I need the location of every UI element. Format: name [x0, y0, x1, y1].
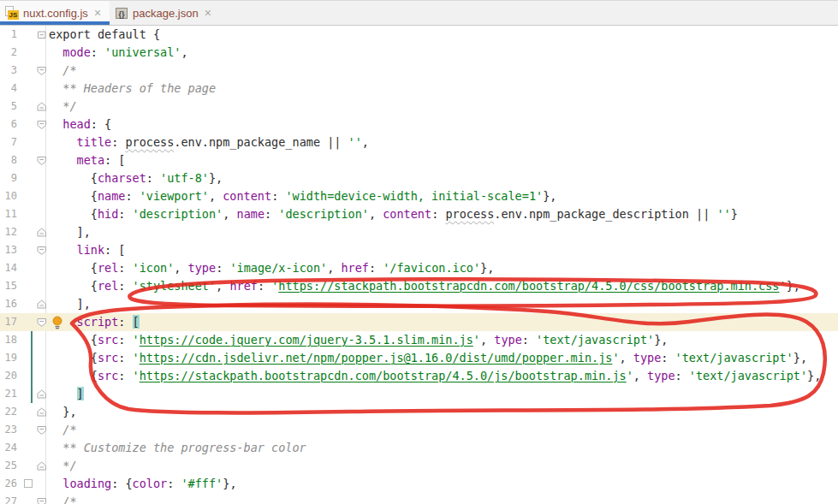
editor-tab-bar: JS nuxt.config.js × {} package.json × — [0, 0, 838, 26]
code-line[interactable]: meta: [ — [49, 151, 125, 169]
line-number: 20 — [0, 367, 17, 385]
fold-marker-icon[interactable] — [37, 457, 49, 475]
fold-marker-icon[interactable] — [37, 313, 49, 331]
code-segment-plain: , — [327, 261, 341, 275]
code-line[interactable]: ] — [49, 385, 84, 403]
editor-row: 25 */ — [0, 457, 838, 475]
code-line[interactable]: /* — [49, 62, 77, 80]
code-segment-plain: , — [369, 207, 383, 221]
code-segment-str: 'stylesheet' — [133, 279, 217, 293]
line-number: 11 — [0, 205, 17, 223]
code-line[interactable]: */ — [49, 98, 77, 116]
fold-marker-icon[interactable] — [37, 241, 49, 259]
code-line[interactable]: {src: 'https://stackpath.bootstrapcdn.co… — [49, 367, 821, 385]
gutter: 13 — [0, 241, 49, 259]
tab-package-json[interactable]: {} package.json × — [110, 1, 220, 25]
gutter: 24 — [0, 439, 49, 457]
gutter-extra-column — [17, 62, 37, 80]
gutter: 20 — [0, 367, 49, 385]
code-line[interactable]: {name: 'viewport', content: 'width=devic… — [49, 187, 556, 205]
gutter-extra-column — [17, 116, 37, 133]
code-segment-key: rel — [98, 261, 118, 275]
code-line[interactable]: /* — [49, 493, 77, 504]
editor-row: 9 {charset: 'utf-8'}, — [0, 169, 838, 187]
fold-marker-icon[interactable] — [37, 421, 49, 439]
code-segment-str: ' — [133, 333, 140, 347]
fold-marker-icon[interactable] — [37, 62, 49, 80]
code-line[interactable]: head: { — [49, 116, 111, 133]
code-segment-plain: : — [118, 333, 132, 347]
code-segment-plain: : — [675, 369, 689, 382]
code-line[interactable]: ], — [49, 295, 91, 313]
fold-marker-icon[interactable] — [37, 295, 49, 313]
code-segment-plain: , — [480, 333, 494, 347]
code-line[interactable]: }, — [49, 403, 77, 421]
fold-marker-icon[interactable] — [37, 223, 49, 241]
fold-marker-icon[interactable] — [37, 116, 49, 133]
code-segment-plain: { — [49, 369, 98, 382]
code-line[interactable]: export default { — [49, 26, 160, 44]
code-segment-plain: { — [49, 333, 98, 347]
fold-marker-icon[interactable] — [37, 26, 49, 44]
intention-bulb-icon[interactable] — [51, 316, 63, 329]
code-line[interactable]: /* — [49, 421, 77, 439]
code-line[interactable]: {rel: 'icon', type: 'image/x-icon', href… — [49, 259, 494, 277]
gutter-extra-column — [17, 493, 37, 504]
fold-marker-icon[interactable] — [37, 98, 49, 116]
code-line[interactable]: title: process.env.npm_package_name || '… — [49, 133, 369, 151]
code-line[interactable]: mode: 'universal', — [49, 44, 188, 62]
color-preview-swatch[interactable] — [24, 479, 33, 488]
line-number: 27 — [0, 493, 17, 504]
code-line[interactable]: loading: {color: '#fff'}, — [49, 475, 237, 493]
code-segment-key: rel — [98, 279, 118, 293]
code-segment-plain: }, — [543, 189, 556, 203]
gutter-extra-column — [17, 295, 37, 313]
gutter: 9 — [0, 169, 49, 187]
close-icon[interactable]: × — [204, 7, 212, 19]
code-segment-plain: , — [181, 45, 187, 59]
line-number: 7 — [0, 133, 17, 151]
code-segment-key: src — [98, 351, 118, 365]
fold-marker-icon[interactable] — [37, 403, 49, 421]
ide-editor-window: JS nuxt.config.js × {} package.json × 1e… — [0, 0, 838, 504]
close-icon[interactable]: × — [93, 7, 102, 19]
gutter-extra-column — [17, 133, 37, 151]
editor-rows: 1export default {2 mode: 'universal',3 /… — [0, 26, 838, 504]
code-line[interactable]: link: [ — [49, 241, 125, 259]
code-segment-plain: { — [49, 261, 98, 275]
fold-column — [37, 187, 49, 205]
editor-row: 12 ], — [0, 223, 838, 241]
code-segment-plain: .env.npm_package_name || — [174, 135, 348, 149]
fold-marker-icon[interactable] — [37, 493, 49, 504]
code-line[interactable]: */ — [49, 457, 77, 475]
line-number: 24 — [0, 439, 17, 457]
line-number: 5 — [0, 98, 17, 116]
editor-row: 23 /* — [0, 421, 838, 439]
code-line[interactable]: {hid: 'description', name: 'description'… — [49, 205, 738, 223]
code-line[interactable]: {src: 'https://code.jquery.com/jquery-3.… — [49, 331, 668, 349]
code-line[interactable]: ], — [49, 223, 91, 241]
code-line[interactable]: {src: 'https://cdn.jsdelivr.net/npm/popp… — [49, 349, 807, 367]
code-segment-str: ' — [612, 351, 619, 365]
tab-nuxt-config-js[interactable]: JS nuxt.config.js × — [0, 1, 110, 25]
code-segment-key: meta — [77, 153, 105, 167]
fold-marker-icon[interactable] — [37, 385, 49, 403]
fold-column — [37, 331, 49, 349]
line-number: 17 — [0, 313, 17, 331]
gutter-extra-column — [17, 223, 37, 241]
editor-pane[interactable]: 1export default {2 mode: 'universal',3 /… — [0, 26, 838, 504]
code-segment-plain: : { — [111, 477, 132, 490]
editor-row: 24 ** Customize the progress-bar color — [0, 439, 838, 457]
code-segment-str: ' — [133, 369, 140, 382]
code-line[interactable]: ** Customize the progress-bar color — [49, 439, 306, 457]
editor-row: 18 {src: 'https://code.jquery.com/jquery… — [0, 331, 838, 349]
code-line[interactable]: ** Headers of the page — [49, 80, 216, 98]
code-segment-key: type — [633, 351, 662, 365]
code-line[interactable]: {charset: 'utf-8'}, — [49, 169, 223, 187]
code-line[interactable]: {rel: 'stylesheet', href: 'https://stack… — [49, 277, 800, 295]
fold-column — [37, 277, 49, 295]
fold-marker-icon[interactable] — [37, 151, 49, 169]
code-segment-key: title — [77, 135, 112, 149]
gutter-extra-column — [17, 313, 37, 331]
code-segment-plain — [49, 117, 62, 131]
